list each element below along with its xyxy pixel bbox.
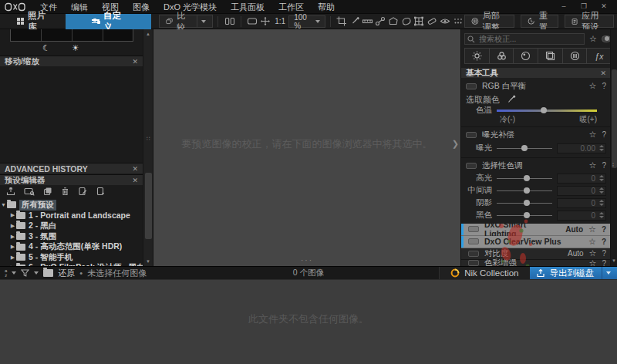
color-picker-eyedropper-icon[interactable] xyxy=(506,95,516,104)
menu-workspace[interactable]: 工作区 xyxy=(271,0,311,14)
minimize-button[interactable]: – xyxy=(555,2,572,12)
smart-lighting-enable-checkbox[interactable] xyxy=(468,226,479,232)
selective-tone-section[interactable]: 选择性色调 ☆ ? xyxy=(461,160,611,171)
red-eye-icon[interactable] xyxy=(439,15,452,28)
help-icon[interactable]: ? xyxy=(602,249,606,258)
expand-arrow-icon[interactable]: ▶ xyxy=(9,234,16,240)
category-geometry-icon[interactable] xyxy=(538,48,563,64)
control-points-icon[interactable] xyxy=(374,15,387,28)
search-corrections-input[interactable] xyxy=(464,33,585,45)
menu-optics-modules[interactable]: DxO 光学模块 xyxy=(157,0,224,14)
exposure-value-field[interactable]: 0.00 xyxy=(557,143,606,153)
slider-knob[interactable] xyxy=(524,175,530,181)
export-dropdown[interactable] xyxy=(602,267,611,280)
preset-editor-palette-header[interactable]: 预设编辑器 ✕ xyxy=(0,174,143,185)
scrollbar-thumb[interactable] xyxy=(612,69,617,168)
horizon-tool-icon[interactable] xyxy=(361,15,374,28)
expand-arrow-icon[interactable]: ▶ xyxy=(9,254,16,261)
favorite-star-icon[interactable]: ☆ xyxy=(589,248,597,258)
image-preview-canvas[interactable]: 要预览图像的校正，请在下面的图像浏览器中将其选中。 ❯ ··· xyxy=(153,29,460,266)
midtones-value-field[interactable]: 0 xyxy=(557,186,606,196)
dxo-clearview-plus-row[interactable]: DxO ClearView Plus ☆ ? xyxy=(461,236,611,248)
tree-item[interactable]: ▶ 2 - 黑白 xyxy=(0,221,143,231)
color-rendering-row[interactable]: 色彩增强 ☆ ? xyxy=(461,260,611,266)
contrast-mode[interactable]: Auto xyxy=(568,249,584,258)
close-icon[interactable]: ✕ xyxy=(600,69,606,77)
menu-edit[interactable]: 编辑 xyxy=(64,0,95,14)
preview-preset-icon[interactable] xyxy=(24,187,35,197)
stepper-icons[interactable] xyxy=(599,212,604,218)
category-color-icon[interactable] xyxy=(489,48,514,64)
slider-knob[interactable] xyxy=(541,107,547,113)
favorite-star-icon[interactable]: ☆ xyxy=(589,81,597,91)
repair-eraser-icon[interactable] xyxy=(426,15,439,28)
slider-knob[interactable] xyxy=(524,200,530,206)
category-effects-icon[interactable]: ƒx xyxy=(586,48,612,64)
favorite-star-icon[interactable]: ☆ xyxy=(588,224,596,234)
rgb-wb-enable-checkbox[interactable] xyxy=(466,83,477,89)
new-preset-icon[interactable] xyxy=(96,187,105,197)
crop-tool-icon[interactable] xyxy=(335,15,349,28)
right-panel-scrollbar[interactable]: ⁞ ▼ xyxy=(610,29,617,266)
help-icon[interactable]: ? xyxy=(602,259,606,267)
contrast-enable-checkbox[interactable] xyxy=(468,251,479,257)
clearview-enable-checkbox[interactable] xyxy=(468,238,479,244)
favorite-star-icon[interactable]: ☆ xyxy=(589,258,597,267)
zoom-1-1-button[interactable]: 1:1 xyxy=(275,17,285,25)
category-light-icon[interactable] xyxy=(464,48,490,64)
close-icon[interactable]: ✕ xyxy=(132,177,138,184)
menu-help[interactable]: 帮助 xyxy=(311,0,342,14)
import-preset-icon[interactable] xyxy=(6,187,15,197)
sort-order-icon[interactable]: az xyxy=(5,268,7,278)
tree-item[interactable]: ▶ 1 - Portrait and Landscape xyxy=(0,211,143,221)
delete-preset-icon[interactable] xyxy=(61,187,69,197)
lasso-tool-icon[interactable] xyxy=(400,15,413,28)
scroll-up-icon[interactable]: ▲ xyxy=(146,32,150,36)
expand-arrow-icon[interactable]: ▼ xyxy=(0,202,7,207)
blacks-value-field[interactable]: 0 xyxy=(557,211,606,221)
menu-image[interactable]: 图像 xyxy=(126,0,157,14)
compare-dropdown[interactable] xyxy=(197,15,206,27)
smart-lighting-mode[interactable]: Auto xyxy=(565,225,583,234)
stepper-icons[interactable] xyxy=(599,175,604,181)
tree-item[interactable]: ▶ 3 - 氛围 xyxy=(0,231,143,242)
scroll-down-icon[interactable]: ▼ xyxy=(146,259,150,264)
highlights-slider[interactable] xyxy=(497,175,552,182)
stepper-icons[interactable] xyxy=(599,187,604,194)
duplicate-preset-icon[interactable] xyxy=(43,187,52,197)
category-local-adjustments-icon[interactable] xyxy=(562,48,588,64)
help-icon[interactable]: ? xyxy=(602,238,606,246)
expand-arrow-icon[interactable]: ▶ xyxy=(9,244,16,250)
expand-arrow-icon[interactable]: ▶ xyxy=(9,223,16,229)
help-icon[interactable]: ? xyxy=(602,130,606,139)
shadows-slider[interactable] xyxy=(497,200,552,207)
scrollbar-thumb[interactable] xyxy=(145,173,152,239)
color-rendering-enable-checkbox[interactable] xyxy=(468,260,479,266)
nik-collection-button[interactable]: Nik Collection xyxy=(439,267,529,280)
scrollbar-grip[interactable]: ⁞ xyxy=(612,163,614,166)
left-panel-scrollbar[interactable]: ▲ ∷ ▼ xyxy=(143,29,153,266)
basic-tools-header[interactable]: 基本工具 ✕ xyxy=(461,68,611,78)
menu-tool-panels[interactable]: 工具面板 xyxy=(224,0,271,14)
zoom-level-select[interactable]: 100 % xyxy=(288,15,325,28)
split-view-icon[interactable] xyxy=(223,15,236,28)
favorite-star-icon[interactable]: ☆ xyxy=(588,237,596,247)
pan-move-icon[interactable] xyxy=(259,15,272,28)
export-to-disk-button[interactable]: 导出到磁盘 xyxy=(530,267,617,280)
slider-knob[interactable] xyxy=(524,187,530,194)
filter-funnel-icon[interactable] xyxy=(21,269,29,277)
splitter-handle[interactable]: ··· xyxy=(153,256,460,265)
tree-item-all-presets[interactable]: ▼ 所有预设 xyxy=(0,200,143,211)
compare-button[interactable]: 比较 xyxy=(159,15,213,28)
fit-screen-icon[interactable] xyxy=(246,15,259,28)
white-balance-picker-icon[interactable] xyxy=(349,15,362,28)
midtones-slider[interactable] xyxy=(497,187,552,194)
category-detail-icon[interactable] xyxy=(513,48,538,64)
tree-item[interactable]: ▶ 4 - 高动态范围(单张 HDR) xyxy=(0,241,143,252)
help-icon[interactable]: ? xyxy=(602,161,606,170)
shadows-value-field[interactable]: 0 xyxy=(557,198,606,208)
help-icon[interactable]: ? xyxy=(602,225,606,234)
close-icon[interactable]: ✕ xyxy=(132,165,138,173)
tab-photo-library[interactable]: 照片库 xyxy=(0,14,66,29)
reset-button[interactable]: 重置 xyxy=(521,15,558,28)
